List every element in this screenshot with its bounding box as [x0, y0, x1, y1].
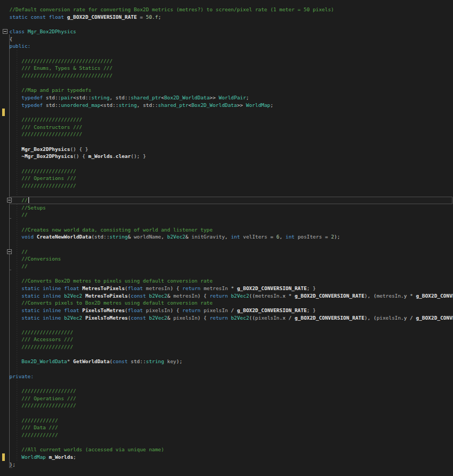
code-token: Box2D_WorldData [21, 358, 67, 364]
code-token: //////////// [10, 417, 58, 423]
code-token: ), ( [364, 293, 377, 299]
code-line: // [10, 248, 28, 256]
code-token [10, 307, 22, 313]
code-token: shared_ptr [158, 102, 188, 108]
code-token: () { } [70, 146, 88, 152]
code-line: { [10, 35, 13, 43]
code-token: // [10, 212, 28, 218]
code-token: string [110, 234, 128, 240]
fold-marker-icon[interactable] [3, 29, 8, 34]
code-token: unordered_map [61, 102, 100, 108]
code-token: inline [43, 315, 61, 321]
code-token: = [137, 14, 146, 20]
code-token: ) { [198, 293, 210, 299]
code-token: ); [176, 358, 182, 364]
code-line: ///////////////// [10, 329, 74, 336]
code-area[interactable]: //Default conversion rate for converting… [0, 0, 453, 476]
code-token: / [228, 307, 237, 313]
code-token: /// Constructors /// [10, 124, 82, 130]
code-line: private: [10, 373, 34, 380]
fold-marker-icon[interactable] [7, 249, 12, 254]
code-token: b2Vec2 [64, 293, 82, 299]
code-line: //Default conversion rate for converting… [10, 6, 334, 13]
code-line: /// Accessors /// [10, 336, 74, 343]
code-token: Box2D_WorldData [164, 95, 210, 100]
code-token: (( [249, 293, 255, 299]
code-token: //Conversions [10, 256, 61, 262]
fold-marker-icon[interactable] [7, 198, 12, 203]
code-token: worldName [134, 234, 161, 240]
code-token: g_BOX2D_CONVERSION_RATE [416, 293, 453, 299]
code-line: //Creates new world data, consisting of … [10, 226, 213, 234]
code-line: ////////////////// [10, 402, 76, 409]
code-token: b2Vec2 [64, 315, 82, 321]
code-token: pixelsIn [377, 315, 401, 321]
code-line: class Mgr_Box2DPhysics [10, 28, 76, 35]
code-line: ////////////////// [10, 387, 76, 395]
code-line: ////////////////// [10, 168, 76, 175]
code-token: >> [210, 95, 219, 100]
code-line: ////////////////////////////// [10, 72, 113, 80]
code-token: MetresToPixels [82, 285, 125, 291]
code-token: string [119, 102, 137, 108]
code-token: //Default conversion rate for converting… [10, 6, 334, 12]
code-token: b2Vec2 [231, 315, 249, 321]
code-token: return [182, 285, 200, 291]
code-token: float [64, 307, 79, 313]
code-token: metresIn [173, 293, 197, 299]
code-line: ///////////////// [10, 343, 74, 351]
code-token: //Creates new world data, consisting of … [10, 227, 213, 233]
code-token: float [128, 307, 143, 313]
code-token: inline [43, 285, 61, 291]
code-token: & [128, 234, 134, 240]
code-line: Box2D_WorldData* GetWorldData(const std:… [10, 358, 183, 365]
code-line: //////////////////// [10, 116, 82, 124]
code-token: pixelsIn [255, 315, 279, 321]
code-token: = [322, 234, 331, 240]
code-line: static inline b2Vec2 MetresToPixels(cons… [10, 292, 453, 300]
code-token: , [225, 234, 231, 240]
code-token: const [112, 358, 127, 364]
code-token: & [167, 293, 173, 299]
code-token: //Converts Box2D metres to pixels using … [10, 278, 213, 284]
code-token: m_Worlds [49, 454, 73, 460]
code-token: inline [43, 293, 61, 299]
code-line: //Converts Box2D metres to pixels using … [10, 277, 213, 285]
current-line-highlight [10, 197, 452, 204]
fold-region-foot [9, 467, 12, 468]
code-token: class [10, 28, 25, 34]
code-token: clear [116, 153, 131, 159]
code-line: //////////// [10, 417, 58, 424]
code-token: static [21, 307, 40, 313]
code-token: posIters [298, 234, 322, 240]
code-token: * [67, 358, 73, 364]
code-token: /// Accessors /// [10, 336, 74, 342]
code-token: ////////////////// [10, 168, 76, 174]
code-token: pixelsIn [204, 307, 228, 313]
code-token [10, 315, 22, 321]
code-token: //Map and pair typedefs [10, 87, 91, 93]
code-line: WorldMap m_Worlds; [10, 453, 76, 461]
code-token: //All current worlds (accessed via uniqu… [10, 446, 164, 452]
code-line: /// Data /// [10, 424, 58, 431]
code-token: , std:: [110, 95, 131, 100]
code-token: static [10, 14, 28, 20]
code-line: // [10, 197, 30, 204]
code-line: static inline float PixelsToMetres(float… [10, 307, 316, 314]
code-token: // [10, 197, 28, 203]
code-line: static const float g_BOX2D_CONVERSION_RA… [10, 13, 161, 21]
code-token: m_Worlds [88, 153, 112, 159]
code-token: static [21, 285, 40, 291]
code-token: //////////////////// [10, 117, 82, 122]
code-token: PixelsToMetres [82, 307, 125, 313]
code-token: b2Vec2 [231, 293, 249, 299]
code-token: <std:: [73, 95, 91, 100]
code-line: ////////////////////////////// [10, 57, 113, 65]
code-token: .y / [401, 315, 416, 321]
code-token: ///////////////// [10, 329, 74, 335]
code-token: ~Mgr_Box2DPhysics [21, 153, 73, 159]
code-token: return [182, 307, 200, 313]
code-token: //Converts pixels to Box2D metres using … [10, 300, 213, 306]
editor-gutter [0, 0, 9, 476]
code-line: //Map and pair typedefs [10, 86, 91, 94]
